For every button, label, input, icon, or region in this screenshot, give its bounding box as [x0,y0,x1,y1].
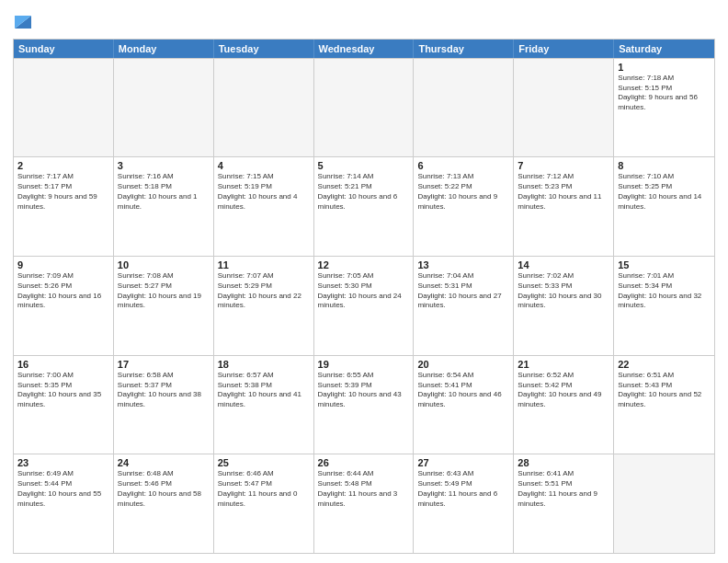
cell-info: Sunrise: 7:12 AMSunset: 5:23 PMDaylight:… [518,172,609,212]
cell-info: Sunrise: 6:58 AMSunset: 5:37 PMDaylight:… [118,371,210,410]
cal-cell: 9Sunrise: 7:09 AMSunset: 5:26 PMDaylight… [14,257,114,355]
cal-cell: 21Sunrise: 6:52 AMSunset: 5:42 PMDayligh… [514,356,614,454]
cal-cell [614,454,714,553]
day-number: 14 [518,259,609,270]
weekday-header-monday: Monday [114,40,214,58]
cal-cell [514,59,614,157]
weekday-header-wednesday: Wednesday [314,40,415,58]
cell-info: Sunrise: 7:04 AMSunset: 5:31 PMDaylight:… [417,271,509,311]
logo-icon [15,8,31,29]
week-row-2: 9Sunrise: 7:09 AMSunset: 5:26 PMDaylight… [14,256,714,355]
cell-info: Sunrise: 7:13 AMSunset: 5:22 PMDaylight:… [417,172,509,212]
day-number: 11 [218,259,310,270]
cell-info: Sunrise: 6:52 AMSunset: 5:42 PMDaylight:… [518,371,609,410]
cal-cell: 19Sunrise: 6:55 AMSunset: 5:39 PMDayligh… [314,356,415,454]
cal-cell: 11Sunrise: 7:07 AMSunset: 5:29 PMDayligh… [214,257,314,355]
cal-cell: 10Sunrise: 7:08 AMSunset: 5:27 PMDayligh… [114,257,214,355]
cell-info: Sunrise: 6:51 AMSunset: 5:43 PMDaylight:… [618,371,711,410]
calendar-body: 1Sunrise: 7:18 AMSunset: 5:15 PMDaylight… [14,58,714,553]
day-number: 9 [17,259,109,270]
day-number: 17 [118,359,210,370]
day-number: 19 [318,359,410,370]
weekday-header-saturday: Saturday [614,40,714,58]
page: SundayMondayTuesdayWednesdayThursdayFrid… [0,0,728,563]
day-number: 15 [618,259,711,270]
day-number: 8 [618,160,711,171]
cell-info: Sunrise: 7:18 AMSunset: 5:15 PMDaylight:… [618,74,711,113]
cal-cell: 2Sunrise: 7:17 AMSunset: 5:17 PMDaylight… [14,157,114,256]
day-number: 3 [118,160,210,171]
cal-cell: 4Sunrise: 7:15 AMSunset: 5:19 PMDaylight… [214,157,314,256]
day-number: 24 [118,457,210,468]
cell-info: Sunrise: 7:14 AMSunset: 5:21 PMDaylight:… [318,172,410,212]
cell-info: Sunrise: 6:57 AMSunset: 5:38 PMDaylight:… [218,371,310,410]
cal-cell: 15Sunrise: 7:01 AMSunset: 5:34 PMDayligh… [614,257,714,355]
cell-info: Sunrise: 7:17 AMSunset: 5:17 PMDaylight:… [17,172,109,212]
weekday-header-sunday: Sunday [14,40,114,58]
weekday-header-thursday: Thursday [414,40,514,58]
week-row-0: 1Sunrise: 7:18 AMSunset: 5:15 PMDaylight… [14,58,714,157]
cal-cell [114,59,214,157]
cell-info: Sunrise: 7:10 AMSunset: 5:25 PMDaylight:… [618,172,711,212]
cell-info: Sunrise: 7:07 AMSunset: 5:29 PMDaylight:… [218,271,310,311]
day-number: 6 [417,160,509,171]
day-number: 20 [417,359,509,370]
cal-cell [14,59,114,157]
cal-cell: 1Sunrise: 7:18 AMSunset: 5:15 PMDaylight… [614,59,714,157]
cal-cell: 3Sunrise: 7:16 AMSunset: 5:18 PMDaylight… [114,157,214,256]
cal-cell: 24Sunrise: 6:48 AMSunset: 5:46 PMDayligh… [114,454,214,553]
cell-info: Sunrise: 6:48 AMSunset: 5:46 PMDaylight:… [118,469,210,509]
cal-cell: 22Sunrise: 6:51 AMSunset: 5:43 PMDayligh… [614,356,714,454]
week-row-1: 2Sunrise: 7:17 AMSunset: 5:17 PMDaylight… [14,156,714,256]
cal-cell: 16Sunrise: 7:00 AMSunset: 5:35 PMDayligh… [14,356,114,454]
cal-cell: 8Sunrise: 7:10 AMSunset: 5:25 PMDaylight… [614,157,714,256]
day-number: 21 [518,359,609,370]
day-number: 5 [318,160,410,171]
cal-cell: 20Sunrise: 6:54 AMSunset: 5:41 PMDayligh… [414,356,514,454]
cal-cell: 26Sunrise: 6:44 AMSunset: 5:48 PMDayligh… [314,454,415,553]
cal-cell: 6Sunrise: 7:13 AMSunset: 5:22 PMDaylight… [414,157,514,256]
cell-info: Sunrise: 6:41 AMSunset: 5:51 PMDaylight:… [518,469,609,509]
day-number: 23 [17,457,109,468]
cal-cell: 14Sunrise: 7:02 AMSunset: 5:33 PMDayligh… [514,257,614,355]
cal-cell [314,59,415,157]
cal-cell [214,59,314,157]
cell-info: Sunrise: 7:00 AMSunset: 5:35 PMDaylight:… [17,371,109,410]
logo [13,13,31,31]
cell-info: Sunrise: 7:05 AMSunset: 5:30 PMDaylight:… [318,271,410,311]
weekday-header-tuesday: Tuesday [214,40,314,58]
cell-info: Sunrise: 7:08 AMSunset: 5:27 PMDaylight:… [118,271,210,311]
cell-info: Sunrise: 7:02 AMSunset: 5:33 PMDaylight:… [518,271,609,311]
cal-cell: 13Sunrise: 7:04 AMSunset: 5:31 PMDayligh… [414,257,514,355]
day-number: 16 [17,359,109,370]
cal-cell: 23Sunrise: 6:49 AMSunset: 5:44 PMDayligh… [14,454,114,553]
cell-info: Sunrise: 7:09 AMSunset: 5:26 PMDaylight:… [17,271,109,311]
cell-info: Sunrise: 7:16 AMSunset: 5:18 PMDaylight:… [118,172,210,212]
cell-info: Sunrise: 6:54 AMSunset: 5:41 PMDaylight:… [417,371,509,410]
cal-cell: 17Sunrise: 6:58 AMSunset: 5:37 PMDayligh… [114,356,214,454]
cal-cell [414,59,514,157]
day-number: 25 [218,457,310,468]
cal-cell: 25Sunrise: 6:46 AMSunset: 5:47 PMDayligh… [214,454,314,553]
cell-info: Sunrise: 6:46 AMSunset: 5:47 PMDaylight:… [218,469,310,509]
cell-info: Sunrise: 6:49 AMSunset: 5:44 PMDaylight:… [17,469,109,509]
day-number: 7 [518,160,609,171]
cal-cell: 5Sunrise: 7:14 AMSunset: 5:21 PMDaylight… [314,157,415,256]
cal-cell: 28Sunrise: 6:41 AMSunset: 5:51 PMDayligh… [514,454,614,553]
day-number: 4 [218,160,310,171]
weekday-header-friday: Friday [514,40,614,58]
day-number: 28 [518,457,609,468]
day-number: 10 [118,259,210,270]
day-number: 27 [417,457,509,468]
day-number: 12 [318,259,410,270]
header [13,9,715,31]
day-number: 18 [218,359,310,370]
cal-cell: 18Sunrise: 6:57 AMSunset: 5:38 PMDayligh… [214,356,314,454]
cell-info: Sunrise: 7:01 AMSunset: 5:34 PMDaylight:… [618,271,711,311]
week-row-3: 16Sunrise: 7:00 AMSunset: 5:35 PMDayligh… [14,355,714,454]
week-row-4: 23Sunrise: 6:49 AMSunset: 5:44 PMDayligh… [14,454,714,553]
day-number: 22 [618,359,711,370]
cal-cell: 27Sunrise: 6:43 AMSunset: 5:49 PMDayligh… [414,454,514,553]
calendar-header: SundayMondayTuesdayWednesdayThursdayFrid… [14,40,714,58]
cal-cell: 12Sunrise: 7:05 AMSunset: 5:30 PMDayligh… [314,257,415,355]
